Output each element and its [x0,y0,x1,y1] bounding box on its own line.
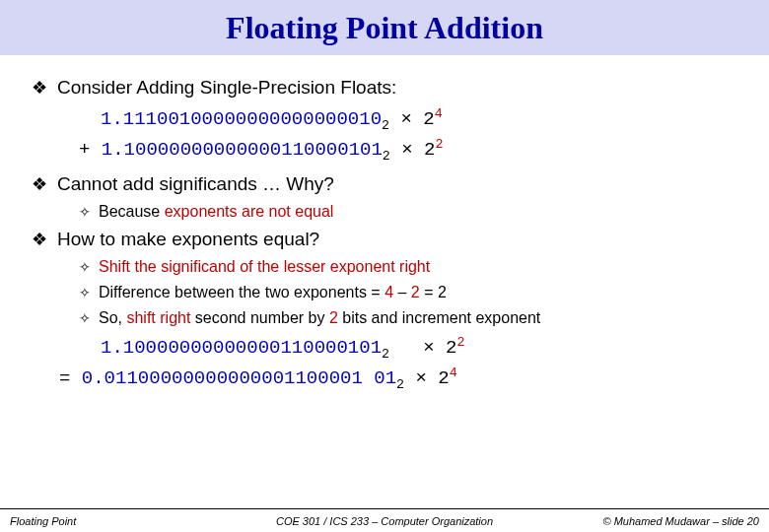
text-how: How to make exponents equal? [57,229,319,250]
cross-bullet-icon: ✧ [79,310,91,326]
slide-title: Floating Point Addition [226,10,543,46]
cross-bullet-icon: ✧ [79,259,91,275]
code-operand-1: 1.111001000000000000000102 × 24 [101,106,737,133]
sub-difference: ✧ Difference between the two exponents =… [79,284,737,301]
sub-because: ✧ Because exponents are not equal [79,203,737,221]
bullet-how: ❖ How to make exponents equal? [32,229,737,250]
sub-shift: ✧ Shift the significand of the lesser ex… [79,258,737,276]
diamond-bullet-icon: ❖ [32,173,47,195]
code-operand-2: + 1.100000000000001100001012 × 22 [79,137,737,164]
bullet-cannot: ❖ Cannot add significands … Why? [32,173,737,195]
diamond-bullet-icon: ❖ [32,229,47,250]
footer: Floating Point COE 301 / ICS 233 – Compu… [0,508,769,532]
diamond-bullet-icon: ❖ [32,77,47,99]
slide-content: ❖ Consider Adding Single-Precision Float… [0,55,769,393]
code-shifted-result: = 0.01100000000000001100001 012 × 24 [59,366,737,392]
text-because: Because exponents are not equal [99,203,333,221]
cross-bullet-icon: ✧ [79,204,91,220]
text-difference: Difference between the two exponents = 4… [99,284,447,301]
text-shift: Shift the significand of the lesser expo… [99,258,430,276]
footer-right: © Muhamed Mudawar – slide 20 [602,515,759,527]
cross-bullet-icon: ✧ [79,285,91,300]
sub-so: ✧ So, shift right second number by 2 bit… [79,309,737,327]
text-consider: Consider Adding Single-Precision Floats: [57,77,396,99]
text-so: So, shift right second number by 2 bits … [99,309,540,327]
footer-left: Floating Point [10,515,76,527]
title-bar: Floating Point Addition [0,0,769,55]
text-cannot: Cannot add significands … Why? [57,173,334,195]
footer-center: COE 301 / ICS 233 – Computer Organizatio… [276,515,493,527]
bullet-consider: ❖ Consider Adding Single-Precision Float… [32,77,737,99]
code-shifted-before: 1.100000000000001100001012 × 22 [101,335,737,362]
